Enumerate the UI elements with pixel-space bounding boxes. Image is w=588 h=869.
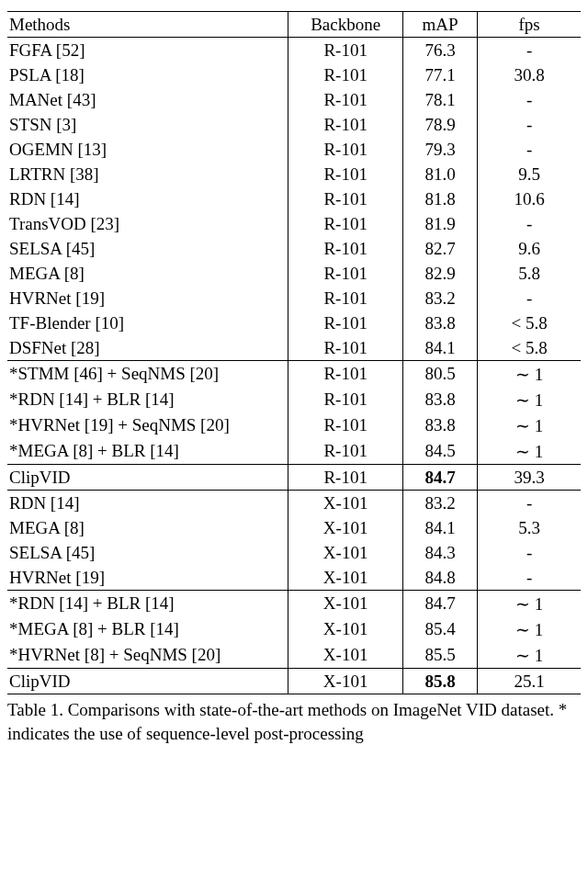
table-row: RDN [14]X-10183.2- — [7, 491, 581, 516]
cell-method: RDN [14] — [7, 491, 288, 516]
cell-map: 84.5 — [403, 438, 478, 465]
table-row: SELSA [45]X-10184.3- — [7, 540, 581, 565]
cell-backbone: X-101 — [288, 591, 403, 617]
cell-backbone: X-101 — [288, 491, 403, 516]
cell-fps: ∼ 1 — [478, 642, 581, 669]
table-row: ClipVIDX-10185.825.1 — [7, 669, 581, 694]
cell-fps: 9.6 — [478, 236, 581, 261]
cell-backbone: X-101 — [288, 540, 403, 565]
table-row: SELSA [45]R-10182.79.6 — [7, 236, 581, 261]
cell-method: RDN [14] — [7, 186, 288, 211]
header-map: mAP — [403, 12, 478, 38]
cell-backbone: R-101 — [288, 186, 403, 211]
cell-map: 83.2 — [403, 286, 478, 310]
table-header-row: Methods Backbone mAP fps — [7, 12, 581, 38]
cell-method: MANet [43] — [7, 87, 288, 112]
cell-backbone: R-101 — [288, 62, 403, 87]
cell-method: STSN [3] — [7, 112, 288, 137]
cell-map: 83.2 — [403, 491, 478, 516]
table-row: LRTRN [38]R-10181.09.5 — [7, 162, 581, 186]
table-row: HVRNet [19]R-10183.2- — [7, 286, 581, 310]
cell-fps: - — [478, 540, 581, 565]
cell-method: SELSA [45] — [7, 540, 288, 565]
table-body: FGFA [52]R-10176.3-PSLA [18]R-10177.130.… — [7, 38, 581, 694]
cell-backbone: R-101 — [288, 310, 403, 335]
cell-fps: 5.8 — [478, 261, 581, 286]
cell-map: 84.1 — [403, 335, 478, 361]
cell-fps: - — [478, 38, 581, 63]
cell-backbone: R-101 — [288, 387, 403, 412]
cell-fps: 39.3 — [478, 465, 581, 491]
cell-fps: - — [478, 112, 581, 137]
cell-fps: 25.1 — [478, 669, 581, 694]
cell-map: 76.3 — [403, 38, 478, 63]
cell-map: 78.1 — [403, 87, 478, 112]
cell-backbone: R-101 — [288, 87, 403, 112]
table-row: ClipVIDR-10184.739.3 — [7, 465, 581, 491]
header-method: Methods — [7, 12, 288, 38]
cell-method: *MEGA [8] + BLR [14] — [7, 438, 288, 465]
cell-fps: 5.3 — [478, 515, 581, 540]
cell-backbone: R-101 — [288, 412, 403, 438]
cell-map: 84.3 — [403, 540, 478, 565]
cell-backbone: X-101 — [288, 616, 403, 642]
cell-fps: ∼ 1 — [478, 591, 581, 617]
cell-backbone: X-101 — [288, 565, 403, 591]
cell-backbone: R-101 — [288, 286, 403, 310]
cell-backbone: R-101 — [288, 211, 403, 236]
table-row: TransVOD [23]R-10181.9- — [7, 211, 581, 236]
cell-method: *STMM [46] + SeqNMS [20] — [7, 361, 288, 388]
cell-fps: < 5.8 — [478, 310, 581, 335]
cell-method: OGEMN [13] — [7, 137, 288, 162]
cell-method: DSFNet [28] — [7, 335, 288, 361]
table-row: *HVRNet [19] + SeqNMS [20]R-10183.8∼ 1 — [7, 412, 581, 438]
table-row: *MEGA [8] + BLR [14]R-10184.5∼ 1 — [7, 438, 581, 465]
cell-backbone: R-101 — [288, 438, 403, 465]
cell-fps: - — [478, 137, 581, 162]
table-row: RDN [14]R-10181.810.6 — [7, 186, 581, 211]
cell-fps: 9.5 — [478, 162, 581, 186]
table-row: *MEGA [8] + BLR [14]X-10185.4∼ 1 — [7, 616, 581, 642]
cell-fps: ∼ 1 — [478, 387, 581, 412]
cell-method: *RDN [14] + BLR [14] — [7, 387, 288, 412]
table-row: *STMM [46] + SeqNMS [20]R-10180.5∼ 1 — [7, 361, 581, 388]
header-backbone: Backbone — [288, 12, 403, 38]
cell-map: 82.9 — [403, 261, 478, 286]
cell-method: HVRNet [19] — [7, 286, 288, 310]
table-row: STSN [3]R-10178.9- — [7, 112, 581, 137]
cell-fps: - — [478, 211, 581, 236]
cell-method: *HVRNet [8] + SeqNMS [20] — [7, 642, 288, 669]
cell-backbone: X-101 — [288, 642, 403, 669]
cell-method: LRTRN [38] — [7, 162, 288, 186]
cell-map: 85.4 — [403, 616, 478, 642]
cell-map: 83.8 — [403, 310, 478, 335]
results-table: Methods Backbone mAP fps FGFA [52]R-1017… — [7, 11, 581, 694]
cell-method: *HVRNet [19] + SeqNMS [20] — [7, 412, 288, 438]
table-row: PSLA [18]R-10177.130.8 — [7, 62, 581, 87]
table-row: *RDN [14] + BLR [14]X-10184.7∼ 1 — [7, 591, 581, 617]
cell-map: 83.8 — [403, 387, 478, 412]
table-row: FGFA [52]R-10176.3- — [7, 38, 581, 63]
cell-backbone: R-101 — [288, 112, 403, 137]
cell-backbone: R-101 — [288, 162, 403, 186]
cell-map: 85.8 — [403, 669, 478, 694]
cell-method: SELSA [45] — [7, 236, 288, 261]
table-row: DSFNet [28]R-10184.1< 5.8 — [7, 335, 581, 361]
cell-method: MEGA [8] — [7, 261, 288, 286]
table-row: TF-Blender [10]R-10183.8< 5.8 — [7, 310, 581, 335]
cell-method: PSLA [18] — [7, 62, 288, 87]
cell-backbone: R-101 — [288, 335, 403, 361]
cell-method: TF-Blender [10] — [7, 310, 288, 335]
table-row: MEGA [8]X-10184.15.3 — [7, 515, 581, 540]
cell-map: 84.7 — [403, 591, 478, 617]
cell-map: 85.5 — [403, 642, 478, 669]
cell-fps: ∼ 1 — [478, 412, 581, 438]
cell-method: *RDN [14] + BLR [14] — [7, 591, 288, 617]
header-fps: fps — [478, 12, 581, 38]
cell-method: ClipVID — [7, 669, 288, 694]
cell-map: 81.9 — [403, 211, 478, 236]
cell-fps: < 5.8 — [478, 335, 581, 361]
cell-fps: 30.8 — [478, 62, 581, 87]
cell-map: 84.7 — [403, 465, 478, 491]
cell-map: 80.5 — [403, 361, 478, 388]
